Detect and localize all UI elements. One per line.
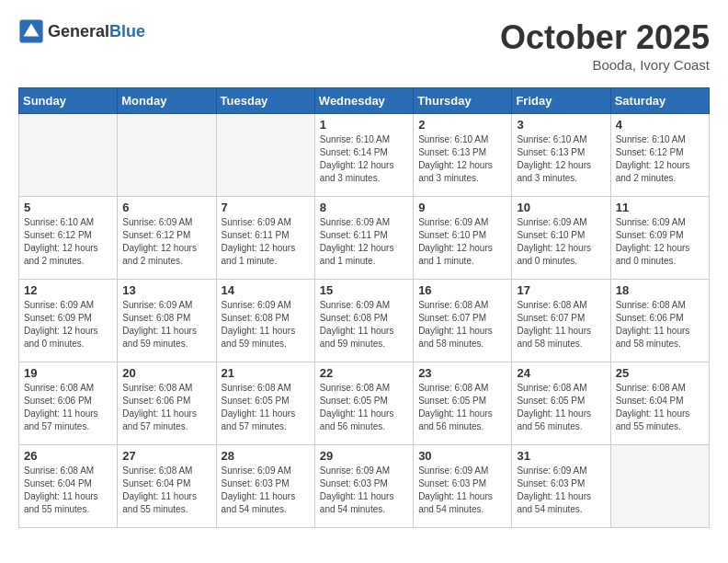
day-info: Sunrise: 6:09 AM Sunset: 6:08 PM Dayligh… <box>222 299 310 350</box>
day-info: Sunrise: 6:10 AM Sunset: 6:14 PM Dayligh… <box>320 133 408 185</box>
calendar-cell: 23Sunrise: 6:08 AM Sunset: 6:05 PM Dayli… <box>414 362 512 445</box>
day-number: 16 <box>418 283 506 297</box>
calendar-cell: 26Sunrise: 6:08 AM Sunset: 6:04 PM Dayli… <box>19 445 118 528</box>
day-info: Sunrise: 6:08 AM Sunset: 6:04 PM Dayligh… <box>122 465 210 516</box>
day-info: Sunrise: 6:10 AM Sunset: 6:12 PM Dayligh… <box>24 216 112 268</box>
day-info: Sunrise: 6:08 AM Sunset: 6:07 PM Dayligh… <box>418 299 506 350</box>
calendar-cell: 22Sunrise: 6:08 AM Sunset: 6:05 PM Dayli… <box>314 362 413 445</box>
calendar-cell: 1Sunrise: 6:10 AM Sunset: 6:14 PM Daylig… <box>314 114 413 197</box>
logo-blue: Blue <box>109 22 145 40</box>
calendar-cell: 11Sunrise: 6:09 AM Sunset: 6:09 PM Dayli… <box>610 197 709 280</box>
day-info: Sunrise: 6:08 AM Sunset: 6:04 PM Dayligh… <box>24 465 112 516</box>
calendar-cell: 18Sunrise: 6:08 AM Sunset: 6:06 PM Dayli… <box>610 280 709 362</box>
calendar-cell <box>19 114 118 197</box>
calendar-cell: 30Sunrise: 6:09 AM Sunset: 6:03 PM Dayli… <box>414 445 512 528</box>
day-number: 2 <box>418 118 506 132</box>
day-number: 30 <box>418 449 506 463</box>
day-number: 15 <box>320 283 408 297</box>
calendar-cell: 20Sunrise: 6:08 AM Sunset: 6:06 PM Dayli… <box>118 362 216 445</box>
day-info: Sunrise: 6:09 AM Sunset: 6:03 PM Dayligh… <box>517 465 605 516</box>
day-number: 18 <box>616 283 704 297</box>
calendar-cell: 9Sunrise: 6:09 AM Sunset: 6:10 PM Daylig… <box>414 197 512 280</box>
weekday-header-wednesday: Wednesday <box>314 88 413 114</box>
day-info: Sunrise: 6:09 AM Sunset: 6:11 PM Dayligh… <box>222 216 310 268</box>
day-number: 1 <box>320 118 408 132</box>
day-number: 3 <box>517 118 605 132</box>
day-info: Sunrise: 6:09 AM Sunset: 6:08 PM Dayligh… <box>122 299 210 350</box>
day-info: Sunrise: 6:09 AM Sunset: 6:03 PM Dayligh… <box>222 465 310 516</box>
week-row-3: 12Sunrise: 6:09 AM Sunset: 6:09 PM Dayli… <box>19 280 710 362</box>
day-info: Sunrise: 6:10 AM Sunset: 6:12 PM Dayligh… <box>616 133 704 185</box>
logo-icon <box>18 18 44 44</box>
calendar-cell: 15Sunrise: 6:09 AM Sunset: 6:08 PM Dayli… <box>314 280 413 362</box>
weekday-header-tuesday: Tuesday <box>216 88 314 114</box>
day-number: 9 <box>418 201 506 214</box>
day-info: Sunrise: 6:08 AM Sunset: 6:05 PM Dayligh… <box>517 382 605 433</box>
day-number: 28 <box>222 449 310 463</box>
day-number: 14 <box>222 283 310 297</box>
day-number: 11 <box>616 201 704 214</box>
calendar-cell: 8Sunrise: 6:09 AM Sunset: 6:11 PM Daylig… <box>314 197 413 280</box>
calendar-cell <box>118 114 216 197</box>
logo-general: General <box>48 22 109 40</box>
day-info: Sunrise: 6:08 AM Sunset: 6:05 PM Dayligh… <box>418 382 506 433</box>
calendar-cell: 28Sunrise: 6:09 AM Sunset: 6:03 PM Dayli… <box>216 445 314 528</box>
calendar-cell: 24Sunrise: 6:08 AM Sunset: 6:05 PM Dayli… <box>512 362 610 445</box>
calendar-cell: 4Sunrise: 6:10 AM Sunset: 6:12 PM Daylig… <box>610 114 709 197</box>
day-number: 24 <box>517 366 605 380</box>
day-info: Sunrise: 6:08 AM Sunset: 6:05 PM Dayligh… <box>320 382 408 433</box>
day-number: 4 <box>616 118 704 132</box>
day-info: Sunrise: 6:09 AM Sunset: 6:09 PM Dayligh… <box>616 216 704 268</box>
calendar-cell: 21Sunrise: 6:08 AM Sunset: 6:05 PM Dayli… <box>216 362 314 445</box>
weekday-header-saturday: Saturday <box>610 88 709 114</box>
calendar-cell: 7Sunrise: 6:09 AM Sunset: 6:11 PM Daylig… <box>216 197 314 280</box>
day-info: Sunrise: 6:08 AM Sunset: 6:04 PM Dayligh… <box>616 382 704 433</box>
day-number: 31 <box>517 449 605 463</box>
weekday-header-thursday: Thursday <box>414 88 512 114</box>
calendar-cell: 29Sunrise: 6:09 AM Sunset: 6:03 PM Dayli… <box>314 445 413 528</box>
day-info: Sunrise: 6:10 AM Sunset: 6:13 PM Dayligh… <box>517 133 605 185</box>
week-row-1: 1Sunrise: 6:10 AM Sunset: 6:14 PM Daylig… <box>19 114 710 197</box>
day-number: 21 <box>222 366 310 380</box>
day-number: 17 <box>517 283 605 297</box>
calendar-cell: 10Sunrise: 6:09 AM Sunset: 6:10 PM Dayli… <box>512 197 610 280</box>
day-number: 7 <box>222 201 310 214</box>
logo: GeneralBlue <box>18 18 145 44</box>
weekday-header-friday: Friday <box>512 88 610 114</box>
week-row-5: 26Sunrise: 6:08 AM Sunset: 6:04 PM Dayli… <box>19 445 710 528</box>
calendar-cell: 27Sunrise: 6:08 AM Sunset: 6:04 PM Dayli… <box>118 445 216 528</box>
calendar-cell: 17Sunrise: 6:08 AM Sunset: 6:07 PM Dayli… <box>512 280 610 362</box>
day-number: 23 <box>418 366 506 380</box>
day-info: Sunrise: 6:09 AM Sunset: 6:03 PM Dayligh… <box>418 465 506 516</box>
day-info: Sunrise: 6:09 AM Sunset: 6:12 PM Dayligh… <box>122 216 210 268</box>
day-number: 20 <box>122 366 210 380</box>
day-info: Sunrise: 6:10 AM Sunset: 6:13 PM Dayligh… <box>418 133 506 185</box>
day-info: Sunrise: 6:08 AM Sunset: 6:05 PM Dayligh… <box>222 382 310 433</box>
page-header: GeneralBlue October 2025 Booda, Ivory Co… <box>18 18 710 73</box>
week-row-4: 19Sunrise: 6:08 AM Sunset: 6:06 PM Dayli… <box>19 362 710 445</box>
calendar-cell <box>610 445 709 528</box>
calendar-table: SundayMondayTuesdayWednesdayThursdayFrid… <box>18 87 710 528</box>
calendar-cell: 16Sunrise: 6:08 AM Sunset: 6:07 PM Dayli… <box>414 280 512 362</box>
day-info: Sunrise: 6:08 AM Sunset: 6:07 PM Dayligh… <box>517 299 605 350</box>
calendar-cell: 2Sunrise: 6:10 AM Sunset: 6:13 PM Daylig… <box>414 114 512 197</box>
calendar-cell: 14Sunrise: 6:09 AM Sunset: 6:08 PM Dayli… <box>216 280 314 362</box>
day-number: 29 <box>320 449 408 463</box>
calendar-cell: 31Sunrise: 6:09 AM Sunset: 6:03 PM Dayli… <box>512 445 610 528</box>
calendar-cell: 6Sunrise: 6:09 AM Sunset: 6:12 PM Daylig… <box>118 197 216 280</box>
location: Booda, Ivory Coast <box>500 57 710 73</box>
weekday-header-row: SundayMondayTuesdayWednesdayThursdayFrid… <box>19 88 710 114</box>
day-info: Sunrise: 6:09 AM Sunset: 6:09 PM Dayligh… <box>24 299 112 350</box>
title-block: October 2025 Booda, Ivory Coast <box>500 18 710 73</box>
week-row-2: 5Sunrise: 6:10 AM Sunset: 6:12 PM Daylig… <box>19 197 710 280</box>
calendar-cell: 3Sunrise: 6:10 AM Sunset: 6:13 PM Daylig… <box>512 114 610 197</box>
day-number: 13 <box>122 283 210 297</box>
day-number: 8 <box>320 201 408 214</box>
calendar-cell: 13Sunrise: 6:09 AM Sunset: 6:08 PM Dayli… <box>118 280 216 362</box>
day-info: Sunrise: 6:09 AM Sunset: 6:11 PM Dayligh… <box>320 216 408 268</box>
day-info: Sunrise: 6:08 AM Sunset: 6:06 PM Dayligh… <box>24 382 112 433</box>
day-info: Sunrise: 6:08 AM Sunset: 6:06 PM Dayligh… <box>122 382 210 433</box>
day-info: Sunrise: 6:09 AM Sunset: 6:08 PM Dayligh… <box>320 299 408 350</box>
day-info: Sunrise: 6:09 AM Sunset: 6:10 PM Dayligh… <box>418 216 506 268</box>
day-number: 6 <box>122 201 210 214</box>
